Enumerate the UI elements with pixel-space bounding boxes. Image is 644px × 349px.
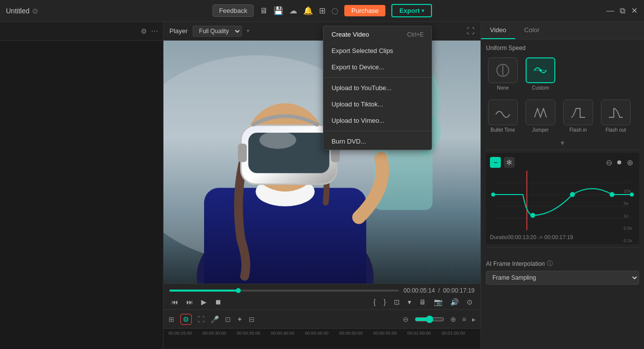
maximize-button[interactable]: ⧉ [618, 7, 626, 15]
ruler-labels: 00:00:25:00 00:00:30:00 00:00:35:00 00:0… [163, 331, 481, 336]
dropdown-divider-2 [323, 131, 431, 131]
speed-label: Uniform Speed [486, 45, 639, 51]
trim-arrow-button[interactable]: ▾ [406, 297, 413, 307]
mark-out-button[interactable]: } [381, 297, 388, 307]
ai-frame-select[interactable]: Frame Sampling Optical Flow [486, 271, 639, 285]
speed-options-row1: None Custom [486, 55, 639, 93]
ruler-mark-1: 00:00:30:00 [203, 331, 237, 336]
svg-point-26 [570, 192, 575, 197]
speed-option-flash-out[interactable]: Flash out [599, 98, 633, 135]
timeline-settings-icon[interactable]: ⚙ [180, 314, 192, 325]
more-options-icon[interactable]: ⋯ [151, 27, 158, 35]
progress-bar[interactable] [169, 290, 399, 292]
ruler-mark-6: 00:00:55:00 [373, 331, 407, 336]
speed-custom-label: Custom [532, 85, 549, 91]
volume-button[interactable]: 🔊 [448, 297, 461, 307]
chart-area: 10x 5x 1x 0.5x 0.1x [490, 171, 635, 232]
video-area [163, 41, 481, 284]
dropdown-burn-dvd[interactable]: Burn DVD... [323, 133, 431, 150]
y-label-5x: 5x [624, 201, 632, 206]
y-label-1x: 1x [624, 213, 632, 218]
speed-icon-jumper [526, 100, 555, 125]
export-dropdown: Create Video Ctrl+E Export Selected Clip… [323, 26, 432, 150]
speed-option-custom[interactable]: Custom [524, 55, 557, 93]
ai-section: AI Frame Interpolation ⓘ Frame Sampling … [481, 255, 644, 289]
sidebar-toolbar: ⚙ ⋯ [0, 22, 163, 41]
screenshot-button[interactable]: 📷 [432, 297, 444, 307]
cloud-icon[interactable]: ☁ [289, 6, 297, 15]
speed-option-jumper[interactable]: Jumper [524, 98, 557, 135]
minimize-button[interactable]: — [606, 7, 614, 15]
progress-thumb [236, 288, 241, 293]
dropdown-divider-1 [323, 77, 431, 78]
monitor-icon[interactable]: 🖥 [260, 6, 268, 15]
svg-point-25 [531, 213, 536, 218]
timeline-marker-icon[interactable]: ⛶ [198, 315, 205, 323]
ai-info-icon[interactable]: ⓘ [547, 259, 553, 268]
chart-snowflake-button[interactable]: ✻ [504, 157, 515, 168]
dropdown-upload-vimeo[interactable]: Upload to Vimeo... [323, 112, 431, 129]
timeline-toolbar: ⊞ ⚙ ⛶ 🎤 ⊡ ✦ ⊟ ⊖ ⊕ ≡ ▸ [163, 310, 481, 329]
dropdown-upload-youtube[interactable]: Upload to YouTube... [323, 80, 431, 96]
tab-color[interactable]: Color [515, 22, 548, 39]
expand-arrow-icon[interactable]: ▼ [560, 140, 566, 147]
trim-button[interactable]: ⊡ [392, 297, 402, 307]
top-bar-center: Feedback 🖥 💾 ☁ 🔔 ⊞ ◌ Purchase Export ▾ C… [213, 4, 432, 17]
timeline-more-icon[interactable]: ≡ [462, 315, 466, 323]
speed-icon-none [488, 57, 518, 83]
bell-icon[interactable]: 🔔 [303, 6, 313, 15]
close-button[interactable]: ✕ [630, 7, 638, 15]
speed-options-row2: Bullet Time Jumper [486, 98, 639, 135]
speed-option-none[interactable]: None [486, 55, 520, 93]
chart-minus-button[interactable]: − [490, 157, 501, 168]
settings-button[interactable]: ⊙ [465, 297, 475, 307]
dropdown-upload-tiktok[interactable]: Upload to Tiktok... [323, 96, 431, 112]
timeline-fx-icon[interactable]: ✦ [237, 315, 243, 323]
export-button[interactable]: Export ▾ [391, 4, 432, 17]
speed-option-flash-in[interactable]: Flash in [561, 98, 595, 135]
zoom-in-icon[interactable]: ⊕ [450, 315, 456, 323]
chart-controls: − ✻ ⊖ ⊕ [490, 157, 635, 168]
curve-chart: − ✻ ⊖ ⊕ [486, 153, 639, 244]
player-controls: 00:00:05:14 / 00:00:17:19 ⏮ ⏭ ▶ ⏹ { } ⊡ … [163, 284, 481, 309]
svg-point-18 [539, 69, 542, 72]
account-icon[interactable]: ◌ [331, 6, 338, 15]
save-icon[interactable]: 💾 [273, 6, 283, 15]
filter-icon[interactable]: ⚙ [141, 27, 147, 35]
timeline-ruler: 00:00:25:00 00:00:30:00 00:00:35:00 00:0… [163, 329, 481, 349]
dropdown-export-device[interactable]: Export to Device... [323, 59, 431, 75]
chart-circle-plus-button[interactable]: ⊕ [624, 157, 635, 168]
tab-video[interactable]: Video [481, 22, 515, 39]
speed-icon-custom [526, 57, 555, 83]
purchase-button[interactable]: Purchase [344, 5, 385, 16]
prev-frame-button[interactable]: ⏭ [184, 297, 195, 307]
chart-circle-minus-button[interactable]: ⊖ [603, 157, 614, 168]
mark-in-button[interactable]: { [372, 297, 378, 307]
play-button[interactable]: ▶ [199, 297, 209, 307]
speed-flash-out-label: Flash out [605, 127, 626, 133]
zoom-slider[interactable] [415, 315, 444, 323]
y-label-10x: 10x [624, 189, 632, 194]
stop-button[interactable]: ⏹ [213, 297, 223, 307]
grid-icon[interactable]: ⊞ [319, 6, 325, 15]
step-back-button[interactable]: ⏮ [169, 297, 180, 307]
monitor-button[interactable]: 🖥 [417, 297, 428, 307]
top-bar-right: — ⧉ ✕ [606, 7, 638, 15]
title-status-icon: ⊙ [32, 7, 38, 15]
dropdown-create-video[interactable]: Create Video Ctrl+E [323, 26, 431, 43]
section-divider-1 [486, 150, 639, 150]
quality-select[interactable]: Full Quality 1/2 Quality 1/4 Quality [193, 26, 242, 37]
timeline-audio-icon[interactable]: 🎤 [211, 315, 219, 323]
dropdown-export-selected[interactable]: Export Selected Clips [323, 43, 431, 59]
feedback-button[interactable]: Feedback [213, 4, 254, 17]
y-axis-labels: 10x 5x 1x 0.5x 0.1x [624, 189, 632, 243]
timeline-caption-icon[interactable]: ⊟ [249, 315, 255, 323]
timeline-overlay-icon[interactable]: ⊡ [225, 315, 231, 323]
zoom-out-icon[interactable]: ⊖ [403, 315, 409, 323]
speed-option-bullet-time[interactable]: Bullet Time [486, 98, 520, 135]
timeline-arrow-icon[interactable]: ▸ [472, 315, 476, 323]
fullscreen-icon[interactable]: ⛶ [467, 27, 475, 36]
top-bar-left: Untitled ⊙ [6, 7, 38, 15]
sidebar-content [0, 41, 163, 349]
timeline-clip-icon[interactable]: ⊞ [168, 315, 174, 323]
